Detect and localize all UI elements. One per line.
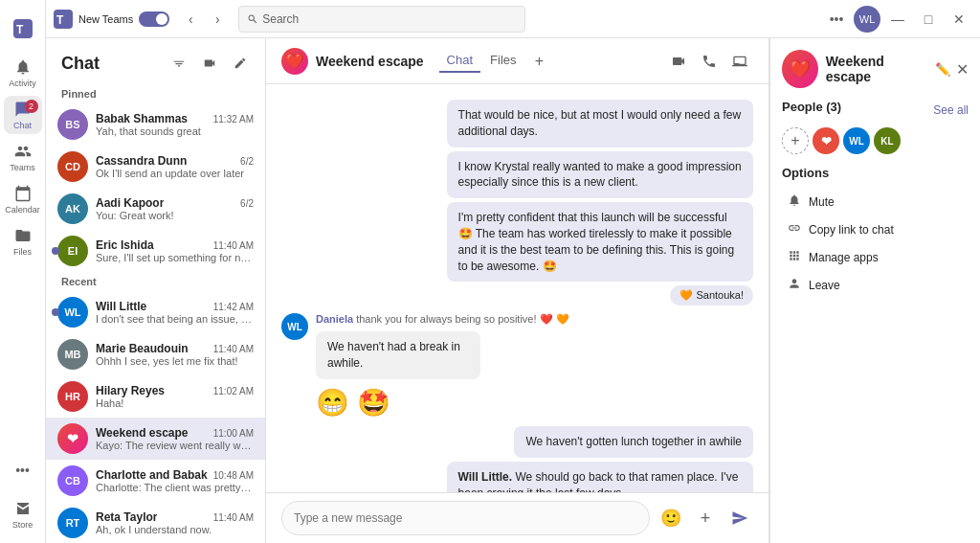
send-button[interactable] xyxy=(726,505,753,532)
chat-preview: Kayo: The review went really well! Can't… xyxy=(96,440,254,451)
people-section-title: People (3) xyxy=(782,100,841,114)
avatar-babak: BS xyxy=(57,109,88,140)
chat-item-content: Babak Shammas 11:32 AM Yah, that sounds … xyxy=(96,112,254,137)
leave-icon xyxy=(788,277,801,293)
msg-sender-label: Daniela thank you for always being so po… xyxy=(316,313,569,326)
chat-item-aadi[interactable]: AK Aadi Kapoor 6/2 You: Great work! xyxy=(46,188,265,230)
new-teams-toggle[interactable]: T New Teams xyxy=(54,10,169,29)
link-icon xyxy=(788,221,801,238)
chat-item-hilary[interactable]: HR Hilary Reyes 11:02 AM Haha! xyxy=(46,375,265,418)
avatar-hilary: HR xyxy=(57,381,88,412)
maximize-button[interactable]: □ xyxy=(915,6,942,33)
chat-time: 11:00 AM xyxy=(213,428,254,439)
chat-item-cassandra[interactable]: CD Cassandra Dunn 6/2 Ok I'll send an up… xyxy=(46,146,265,188)
search-placeholder: Search xyxy=(262,12,299,26)
chat-item-content: Charlotte and Babak 10:48 AM Charlotte: … xyxy=(96,468,254,493)
sidebar-item-chat[interactable]: 2 Chat xyxy=(4,96,42,134)
message-input[interactable] xyxy=(281,501,650,535)
option-copy-link-label: Copy link to chat xyxy=(809,223,894,237)
apps-icon xyxy=(788,249,801,265)
right-panel-header: ❤️ Weekend escape ✏️ ✕ xyxy=(782,50,969,88)
msg-with-avatar-will: WL Daniela thank you for always being so… xyxy=(281,313,753,379)
audio-call-header-button[interactable] xyxy=(696,48,723,75)
teams-logo-icon: T xyxy=(13,19,33,38)
chat-item-marie[interactable]: MB Marie Beaudouin 11:40 AM Ohhh I see, … xyxy=(46,333,265,375)
chat-preview: Ah, ok I understand now. xyxy=(96,524,254,535)
chat-item-will[interactable]: WL Will Little 11:42 AM I don't see that… xyxy=(46,291,265,333)
tab-chat[interactable]: Chat xyxy=(439,49,480,73)
options-section: Options Mute Copy link to chat xyxy=(782,166,969,297)
message-bubble: We haven't gotten lunch together in awhi… xyxy=(514,426,753,458)
option-manage-apps[interactable]: Manage apps xyxy=(782,245,969,269)
sidebar-files-label: Files xyxy=(13,247,32,257)
chat-time: 11:40 AM xyxy=(213,344,254,354)
chat-list-title: Chat xyxy=(61,54,100,74)
filter-button[interactable] xyxy=(166,50,192,77)
screen-share-header-button[interactable] xyxy=(726,48,753,75)
chat-name: Reta Taylor xyxy=(96,510,157,524)
chat-item-eric[interactable]: EI Eric Ishida 11:40 AM Sure, I'll set u… xyxy=(46,230,265,272)
sidebar-item-more[interactable]: ••• xyxy=(4,451,42,489)
chat-preview: Ohhh I see, yes let me fix that! xyxy=(96,355,254,367)
more-options-button[interactable]: ••• xyxy=(823,6,850,33)
unread-indicator xyxy=(52,308,59,316)
sidebar-teams-label: Teams xyxy=(10,163,35,172)
emoji-button[interactable]: 🙂 xyxy=(657,505,684,532)
forward-button[interactable]: › xyxy=(204,6,231,33)
sidebar-item-teams[interactable]: Teams xyxy=(4,138,42,176)
chat-item-charlotte[interactable]: CB Charlotte and Babak 10:48 AM Charlott… xyxy=(46,460,265,502)
attach-button[interactable]: + xyxy=(692,505,719,532)
chat-time: 11:42 AM xyxy=(213,302,254,312)
user-avatar[interactable]: WL xyxy=(854,6,880,33)
chat-header: ❤️ Weekend escape Chat Files + xyxy=(266,38,768,84)
avatar-will: WL xyxy=(57,297,88,328)
chat-preview: Ok I'll send an update over later xyxy=(96,168,254,179)
right-panel-group-avatar: ❤️ xyxy=(782,50,818,88)
chat-time: 11:40 AM xyxy=(213,512,254,523)
chat-time: 11:32 AM xyxy=(213,114,254,124)
option-copy-link[interactable]: Copy link to chat xyxy=(782,217,969,241)
see-all-link[interactable]: See all xyxy=(933,103,969,117)
minimize-button[interactable]: — xyxy=(884,6,911,33)
sidebar-item-activity[interactable]: Activity xyxy=(4,54,42,92)
topbar-right: ••• WL — □ ✕ xyxy=(823,6,972,33)
chat-item-weekend-escape[interactable]: ❤ Weekend escape 11:00 AM Kayo: The revi… xyxy=(46,418,265,460)
add-tab-button[interactable]: + xyxy=(526,48,553,75)
avatar-marie: MB xyxy=(57,339,88,370)
close-panel-button[interactable]: ✕ xyxy=(956,60,969,79)
chat-main: ❤️ Weekend escape Chat Files + xyxy=(266,38,769,543)
chat-item-babak[interactable]: BS Babak Shammas 11:32 AM Yah, that soun… xyxy=(46,103,265,146)
new-chat-button[interactable] xyxy=(227,50,254,77)
chat-preview: Yah, that sounds great xyxy=(96,125,254,137)
chat-name: Charlotte and Babak xyxy=(96,468,208,482)
tab-files[interactable]: Files xyxy=(482,49,523,73)
chat-time: 6/2 xyxy=(240,156,254,167)
msg-group-sent-1: That would be nice, but at most I would … xyxy=(281,100,753,305)
sidebar-item-calendar[interactable]: Calendar xyxy=(4,180,42,218)
close-button[interactable]: ✕ xyxy=(946,6,972,33)
back-button[interactable]: ‹ xyxy=(177,6,204,33)
msg-sender-avatar: WL xyxy=(281,313,308,340)
sidebar-item-files[interactable]: Files xyxy=(4,222,42,260)
chat-header-actions xyxy=(665,48,753,75)
chat-name: Marie Beaudouin xyxy=(96,342,189,355)
add-person-button[interactable]: + xyxy=(782,127,809,154)
option-leave[interactable]: Leave xyxy=(782,273,969,297)
sidebar-store-label: Store xyxy=(12,520,33,530)
edit-group-name-button[interactable]: ✏️ xyxy=(931,56,956,82)
video-call-button[interactable] xyxy=(196,50,223,77)
chat-header-avatar: ❤️ xyxy=(281,48,308,75)
right-panel: ❤️ Weekend escape ✏️ ✕ People (3) See al… xyxy=(769,38,980,543)
video-call-header-button[interactable] xyxy=(665,48,692,75)
chat-name: Hilary Reyes xyxy=(96,384,165,397)
search-box[interactable]: Search xyxy=(238,6,525,33)
option-mute[interactable]: Mute xyxy=(782,190,969,214)
new-teams-label: New Teams xyxy=(78,13,133,25)
chat-list-panel: Chat Pinned BS xyxy=(46,38,266,543)
chat-item-reta[interactable]: RT Reta Taylor 11:40 AM Ah, ok I underst… xyxy=(46,502,265,543)
message-bubble: I'm pretty confident that this launch wi… xyxy=(447,202,753,282)
app-logo[interactable]: T xyxy=(4,10,42,48)
chat-preview: I don't see that being an issue, can tak… xyxy=(96,313,254,325)
sidebar-item-store[interactable]: Store xyxy=(4,495,42,533)
toggle-switch[interactable] xyxy=(139,11,169,27)
